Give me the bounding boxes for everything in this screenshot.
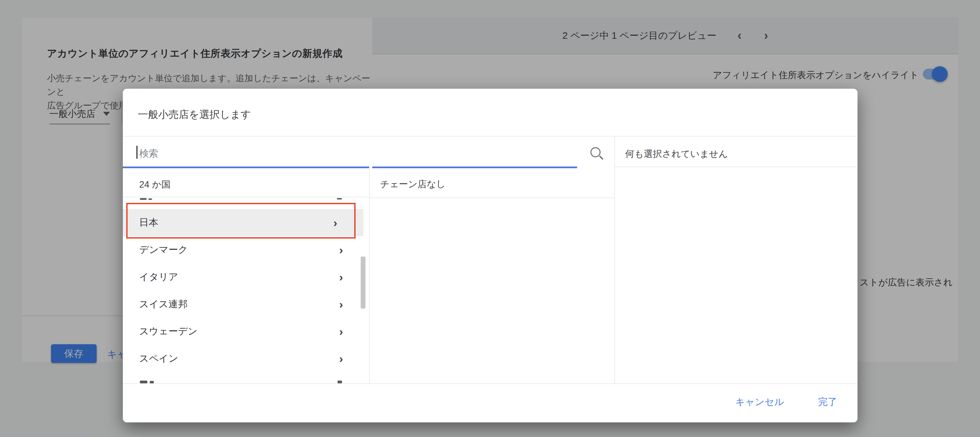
dialog-footer-divider (123, 383, 858, 384)
country-row-italy[interactable]: イタリア › (123, 263, 369, 291)
columns-divider (369, 169, 370, 383)
selection-panel-divider (614, 136, 615, 383)
screen: アカウント単位のアフィリエイト住所表示オプションの新規作成 小売チェーンをアカウ… (0, 0, 980, 437)
annotation-highlight-box (126, 203, 356, 239)
search-underline-gap (369, 166, 372, 168)
search-icon (590, 147, 601, 157)
countries-header-divider (123, 197, 369, 198)
country-row-sweden[interactable]: スウェーデン › (123, 318, 369, 345)
country-row-spain[interactable]: スペイン › (123, 345, 369, 372)
clipped-row-chevron-fragment (337, 198, 342, 200)
country-row-switzerland[interactable]: スイス連邦 › (123, 291, 369, 318)
chevron-right-icon: › (339, 244, 343, 255)
search-placeholder: 検索 (139, 147, 158, 160)
search-focus-underline (123, 166, 577, 168)
dialog-done-button[interactable]: 完了 (818, 396, 837, 408)
chains-header-divider (370, 198, 614, 198)
chevron-right-icon: › (339, 326, 343, 337)
country-row-denmark[interactable]: デンマーク › (123, 236, 369, 263)
chevron-right-icon: › (339, 353, 343, 364)
clipped-row-chevron-fragment (337, 381, 342, 383)
country-label: スイス連邦 (139, 298, 188, 310)
dialog-title: 一般小売店を選択します (138, 108, 251, 122)
chevron-right-icon: › (339, 271, 343, 283)
selection-cell-border (614, 166, 858, 167)
clipped-row-fragment (148, 198, 152, 200)
country-label: スペイン (139, 352, 178, 365)
search-input[interactable] (123, 136, 614, 168)
clipped-row-fragment (150, 381, 154, 383)
dialog-cancel-button[interactable]: キャンセル (735, 396, 784, 408)
chains-column-header: チェーン店なし (380, 178, 445, 190)
countries-count-header: 24 か国 (139, 178, 170, 191)
clipped-row-fragment (140, 381, 147, 383)
list-scrollbar-thumb[interactable] (361, 256, 366, 309)
country-label: イタリア (139, 271, 178, 283)
chevron-right-icon: › (339, 298, 343, 310)
country-label: スウェーデン (139, 325, 197, 338)
clipped-row-fragment (140, 198, 147, 200)
retailer-select-dialog: 一般小売店を選択します 検索 何も選択されていません 24 か国 チェーン店なし… (123, 89, 858, 423)
dialog-footer: キャンセル 完了 (735, 396, 837, 408)
text-cursor (137, 146, 137, 159)
country-label: デンマーク (139, 243, 188, 256)
selection-status: 何も選択されていません (625, 148, 728, 160)
